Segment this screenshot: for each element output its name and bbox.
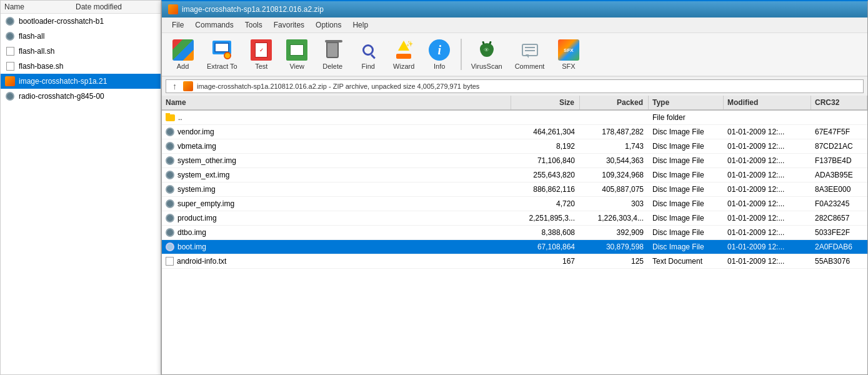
file-row[interactable]: android-info.txt 167 125 Text Document 0… bbox=[162, 254, 867, 269]
file-type-cell: Disc Image File bbox=[649, 184, 724, 195]
virusscan-icon: 👁 bbox=[476, 39, 498, 61]
file-row[interactable]: system_other.img 71,106,840 30,544,363 D… bbox=[162, 154, 867, 168]
disc-image-icon bbox=[166, 242, 174, 251]
extract-icon bbox=[211, 39, 233, 61]
file-type-icon bbox=[4, 76, 16, 87]
file-name-label: vendor.img bbox=[177, 128, 214, 136]
address-text: image-crosshatch-sp1a.210812.016.a2.zip … bbox=[197, 82, 859, 90]
left-file-item[interactable]: image-crosshatch-sp1a.21 bbox=[1, 74, 161, 89]
file-name-label: super_empty.img bbox=[177, 199, 234, 208]
file-type-cell: File folder bbox=[649, 112, 724, 123]
file-type-cell: Disc Image File bbox=[649, 227, 724, 238]
toolbar-btn-view[interactable]: View bbox=[280, 36, 314, 73]
left-file-item[interactable]: flash-base.sh bbox=[1, 59, 161, 74]
toolbar-btn-label: Add bbox=[177, 62, 189, 70]
menu-item-tools[interactable]: Tools bbox=[240, 19, 267, 31]
file-name-cell: system_other.img bbox=[162, 155, 511, 166]
toolbar-btn-info[interactable]: iInfo bbox=[422, 36, 457, 73]
file-row[interactable]: boot.img 67,108,864 30,879,598 Disc Imag… bbox=[162, 240, 867, 254]
left-file-item[interactable]: radio-crosshatch-g845-00 bbox=[1, 89, 161, 104]
menu-item-options[interactable]: Options bbox=[311, 19, 346, 31]
left-file-item[interactable]: flash-all.sh bbox=[1, 44, 161, 59]
header-modified[interactable]: Modified bbox=[724, 96, 811, 109]
file-row[interactable]: system_ext.img 255,643,820 109,324,968 D… bbox=[162, 168, 867, 182]
toolbar-btn-virusscan[interactable]: 👁 VirusScan bbox=[466, 36, 508, 73]
toolbar-btn-delete[interactable]: Delete bbox=[316, 36, 350, 73]
disc-image-icon bbox=[166, 142, 174, 151]
left-file-list: bootloader-crosshatch-b1flash-allflash-a… bbox=[1, 14, 161, 104]
file-size-cell: 886,862,116 bbox=[511, 184, 580, 195]
file-name-label: system.img bbox=[177, 185, 216, 194]
file-row[interactable]: dtbo.img 8,388,608 392,909 Disc Image Fi… bbox=[162, 226, 867, 240]
header-crc[interactable]: CRC32 bbox=[811, 96, 867, 109]
left-file-item[interactable]: flash-all bbox=[1, 29, 161, 44]
menu-item-favorites[interactable]: Favorites bbox=[269, 19, 309, 31]
navigate-up-button[interactable]: ↑ bbox=[170, 81, 179, 91]
toolbar-btn-label: VirusScan bbox=[471, 62, 502, 70]
file-size-cell: 8,388,608 bbox=[511, 227, 580, 238]
file-row[interactable]: super_empty.img 4,720 303 Disc Image Fil… bbox=[162, 197, 867, 211]
file-row[interactable]: vendor.img 464,261,304 178,487,282 Disc … bbox=[162, 125, 867, 139]
file-row[interactable]: product.img 2,251,895,3... 1,226,303,4..… bbox=[162, 211, 867, 226]
file-packed-cell bbox=[580, 116, 649, 119]
comment-icon bbox=[519, 39, 541, 61]
file-packed-cell: 392,909 bbox=[580, 227, 649, 238]
file-name-label: android-info.txt bbox=[177, 257, 226, 266]
toolbar-btn-label: Delete bbox=[322, 62, 342, 70]
file-modified-cell: 01-01-2009 12:... bbox=[724, 155, 811, 166]
file-size-cell: 71,106,840 bbox=[511, 155, 580, 166]
file-modified-cell: 01-01-2009 12:... bbox=[724, 184, 811, 195]
file-modified-cell bbox=[724, 116, 811, 119]
file-crc-cell: F137BE4D bbox=[811, 155, 867, 166]
file-name-cell: boot.img bbox=[162, 241, 511, 252]
toolbar-btn-label: Find bbox=[362, 62, 375, 70]
menu-item-commands[interactable]: Commands bbox=[190, 19, 238, 31]
file-packed-cell: 109,324,968 bbox=[580, 169, 649, 181]
file-name-label: vbmeta.img bbox=[177, 142, 216, 151]
file-type-cell: Disc Image File bbox=[649, 198, 724, 209]
left-name-header[interactable]: Name bbox=[4, 2, 76, 11]
header-type[interactable]: Type bbox=[649, 96, 724, 109]
file-row[interactable]: .. File folder bbox=[162, 111, 867, 125]
file-row[interactable]: vbmeta.img 8,192 1,743 Disc Image File 0… bbox=[162, 139, 867, 154]
text-file-icon bbox=[166, 257, 174, 266]
file-name-cell: vbmeta.img bbox=[162, 141, 511, 152]
file-size-cell: 464,261,304 bbox=[511, 126, 580, 138]
file-list-header: Name Size Packed Type Modified CRC32 bbox=[162, 96, 867, 111]
header-packed[interactable]: Packed bbox=[580, 96, 649, 109]
toolbar-btn-sfx[interactable]: SFXSFX bbox=[551, 36, 586, 73]
file-name-label: product.img bbox=[177, 214, 217, 222]
left-file-item[interactable]: bootloader-crosshatch-b1 bbox=[1, 14, 161, 29]
file-size-cell: 167 bbox=[511, 256, 580, 267]
file-row[interactable]: system.img 886,862,116 405,887,075 Disc … bbox=[162, 182, 867, 197]
file-modified-cell: 01-01-2009 12:... bbox=[724, 141, 811, 152]
file-crc-cell: 282C8657 bbox=[811, 212, 867, 224]
toolbar-btn-extract[interactable]: Extract To bbox=[201, 36, 243, 73]
left-date-header[interactable]: Date modified bbox=[76, 2, 157, 11]
file-type-cell: Disc Image File bbox=[649, 126, 724, 138]
disc-image-icon bbox=[166, 214, 174, 222]
file-name-label: boot.img bbox=[177, 242, 206, 251]
file-name-label: bootloader-crosshatch-b1 bbox=[19, 17, 104, 26]
toolbar-btn-comment[interactable]: Comment bbox=[509, 36, 551, 73]
file-packed-cell: 30,879,598 bbox=[580, 241, 649, 252]
toolbar-btn-label: Test bbox=[255, 62, 267, 70]
header-size[interactable]: Size bbox=[511, 96, 580, 109]
toolbar-btn-wizard[interactable]: ✨ Wizard bbox=[387, 36, 421, 73]
file-packed-cell: 1,226,303,4... bbox=[580, 212, 649, 224]
file-name-label: system_ext.img bbox=[177, 171, 229, 179]
file-modified-cell: 01-01-2009 12:... bbox=[724, 212, 811, 224]
file-type-icon bbox=[4, 16, 16, 27]
menu-item-help[interactable]: Help bbox=[347, 19, 373, 31]
header-name[interactable]: Name bbox=[162, 96, 511, 109]
menu-item-file[interactable]: File bbox=[167, 19, 189, 31]
toolbar-btn-find[interactable]: Find bbox=[351, 36, 386, 73]
file-packed-cell: 303 bbox=[580, 198, 649, 209]
file-size-cell: 67,108,864 bbox=[511, 241, 580, 252]
disc-image-icon bbox=[166, 128, 174, 136]
file-name-cell: dtbo.img bbox=[162, 227, 511, 238]
toolbar-btn-test[interactable]: ✓ Test bbox=[244, 36, 279, 73]
toolbar-btn-add[interactable]: Add bbox=[166, 36, 200, 73]
file-name-label: .. bbox=[178, 113, 182, 122]
file-crc-cell: 8A3EE000 bbox=[811, 184, 867, 195]
